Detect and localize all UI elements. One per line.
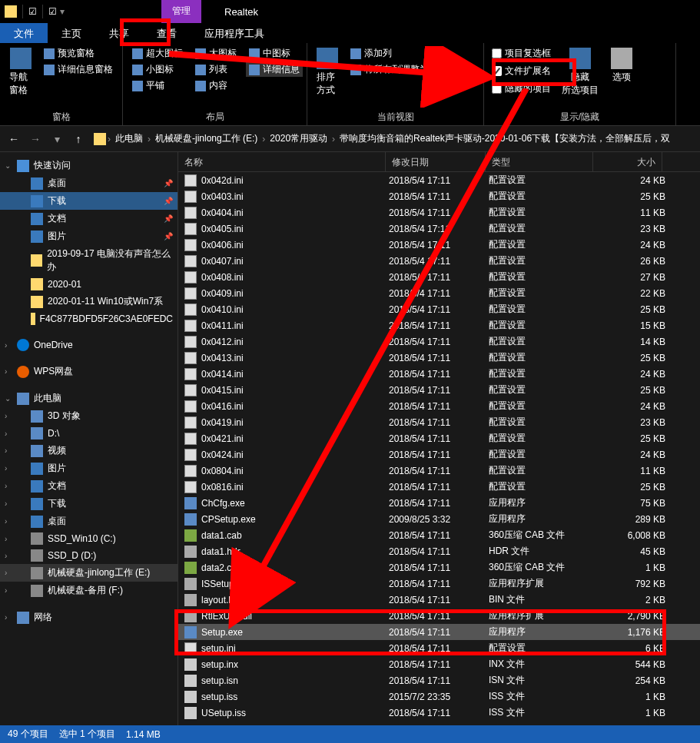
breadcrumb-1[interactable]: 机械硬盘-jinlong工作 (E:) <box>152 131 260 147</box>
nav-up-button[interactable]: ↑ <box>69 130 88 148</box>
options-button[interactable]: 选项 <box>608 46 635 109</box>
sidebar-folder-3[interactable]: 2020-01-11 Win10或Win7系 <box>0 293 177 310</box>
layout-details[interactable]: 详细信息 <box>246 62 303 77</box>
file-row[interactable]: 0x0414.ini2018/5/4 17:11配置设置24 KB <box>178 366 700 382</box>
breadcrumb-3[interactable]: 带响度均衡音箱的Realtek声卡驱动-2020-01-06下载【安装方法，全部… <box>337 131 673 147</box>
nav-forward-button[interactable]: → <box>26 130 45 148</box>
layout-small-icons[interactable]: 小图标 <box>129 62 186 77</box>
chevron-right-icon[interactable]: › <box>5 482 7 490</box>
file-row[interactable]: data1.hdr2018/5/4 17:11HDR 文件45 KB <box>178 543 700 559</box>
item-checkboxes-input[interactable] <box>492 48 502 58</box>
sidebar-videos[interactable]: ›视频 <box>0 442 177 459</box>
file-extensions-input[interactable] <box>492 66 502 76</box>
file-row[interactable]: 0x0415.ini2018/5/4 17:11配置设置25 KB <box>178 382 700 398</box>
breadcrumb-path[interactable]: › 此电脑 › 机械硬盘-jinlong工作 (E:) › 2020常用驱动 ›… <box>91 130 695 148</box>
nav-recent-button[interactable]: ▾ <box>48 130 66 148</box>
file-row[interactable]: setup.isn2018/5/4 17:11ISN 文件254 KB <box>178 672 700 688</box>
column-header-type[interactable]: 类型 <box>486 152 593 171</box>
chevron-right-icon[interactable]: › <box>5 569 7 577</box>
file-row[interactable]: 0x0409.ini2018/5/4 17:11配置设置22 KB <box>178 285 700 301</box>
sidebar-downloads[interactable]: 下载📌 <box>0 192 177 210</box>
file-row[interactable]: 0x0419.ini2018/5/4 17:11配置设置23 KB <box>178 414 700 430</box>
file-row[interactable]: 0x0421.ini2018/5/4 17:11配置设置25 KB <box>178 430 700 446</box>
breadcrumb-0[interactable]: 此电脑 <box>112 131 146 147</box>
column-header-size[interactable]: 大小 <box>593 152 662 171</box>
file-row[interactable]: 0x0403.ini2018/5/4 17:11配置设置25 KB <box>178 188 700 204</box>
file-row[interactable]: RtlExUpd.dll2018/5/4 17:11应用程序扩展2,790 KB <box>178 608 700 624</box>
tab-share[interactable]: 共享 <box>95 23 143 43</box>
sidebar-folder-4[interactable]: F4C877BDFD5F26C3AE0FEDC <box>0 310 177 327</box>
sidebar-pictures[interactable]: 图片📌 <box>0 227 177 245</box>
file-row[interactable]: CPSetup.exe2009/8/25 3:32应用程序289 KB <box>178 511 700 527</box>
size-all-columns-button[interactable]: 将所有列调整为合适的大小 <box>347 62 478 77</box>
qat-checkbox-icon[interactable]: ☑ <box>28 6 37 17</box>
sidebar-downloads-2[interactable]: ›下载 <box>0 495 177 512</box>
tab-view[interactable]: 查看 <box>143 23 191 43</box>
chevron-down-icon[interactable]: ⌄ <box>5 161 11 170</box>
chevron-right-icon[interactable]: › <box>5 464 7 473</box>
sidebar-folder-1[interactable]: 2019-09-17 电脑没有声音怎么办 <box>0 245 177 276</box>
nav-back-button[interactable]: ← <box>5 130 23 148</box>
chevron-right-icon[interactable]: › <box>5 412 7 420</box>
chevron-right-icon[interactable]: › <box>5 517 7 526</box>
layout-medium-icons[interactable]: 中图标 <box>246 46 303 61</box>
sidebar-network[interactable]: ›网络 <box>0 609 177 626</box>
file-row[interactable]: ISSetup.dll2018/5/4 17:11应用程序扩展792 KB <box>178 575 700 592</box>
sidebar-wps[interactable]: ›WPS网盘 <box>0 363 177 380</box>
tab-home[interactable]: 主页 <box>48 23 95 43</box>
chevron-right-icon[interactable]: › <box>5 430 7 438</box>
file-row[interactable]: 0x0424.ini2018/5/4 17:11配置设置24 KB <box>178 446 700 463</box>
sidebar-documents-2[interactable]: ›文档 <box>0 477 177 495</box>
sidebar-desktop[interactable]: 桌面📌 <box>0 174 177 192</box>
sort-by-button[interactable]: 排序方式 <box>314 46 341 109</box>
file-row[interactable]: 0x0404.ini2018/5/4 17:11配置设置11 KB <box>178 204 700 221</box>
sidebar-pictures-2[interactable]: ›图片 <box>0 459 177 477</box>
file-row[interactable]: 0x0407.ini2018/5/4 17:11配置设置26 KB <box>178 253 700 269</box>
qat-dropdown-icon[interactable]: ▾ <box>60 6 65 17</box>
qat-checkbox-icon[interactable]: ☑ <box>48 6 57 17</box>
column-header-name[interactable]: 名称 <box>178 152 386 171</box>
sidebar-drive-d[interactable]: ›SSD_D (D:) <box>0 547 177 564</box>
file-row[interactable]: 0x0816.ini2018/5/4 17:11配置设置25 KB <box>178 479 700 495</box>
sidebar-onedrive[interactable]: ›OneDrive <box>0 337 177 353</box>
file-row[interactable]: USetup.iss2018/5/4 17:11ISS 文件1 KB <box>178 705 700 721</box>
layout-content[interactable]: 内容 <box>192 78 240 93</box>
layout-xl-icons[interactable]: 超大图标 <box>129 46 186 61</box>
sidebar-drive-e[interactable]: ›机械硬盘-jinlong工作 (E:) <box>0 564 177 582</box>
file-row[interactable]: ChCfg.exe2018/5/4 17:11应用程序75 KB <box>178 495 700 511</box>
hide-selected-button[interactable]: 隐藏 所选项目 <box>559 46 602 109</box>
chevron-right-icon[interactable]: › <box>5 552 7 560</box>
file-row[interactable]: 0x0410.ini2018/5/4 17:11配置设置25 KB <box>178 301 700 317</box>
file-row[interactable]: setup.ini2018/5/4 17:11配置设置6 KB <box>178 640 700 656</box>
file-row[interactable]: 0x0405.ini2018/5/4 17:11配置设置23 KB <box>178 221 700 237</box>
hidden-items-input[interactable] <box>492 84 502 94</box>
sidebar-folder-2[interactable]: 2020-01 <box>0 276 177 293</box>
layout-list[interactable]: 列表 <box>192 62 240 77</box>
file-row[interactable]: 0x0412.ini2018/5/4 17:11配置设置14 KB <box>178 333 700 350</box>
file-row[interactable]: data1.cab2018/5/4 17:11360压缩 CAB 文件6,008… <box>178 527 700 543</box>
checkbox-item-checkboxes[interactable]: 项目复选框 <box>490 46 552 61</box>
chevron-right-icon[interactable]: › <box>5 341 7 350</box>
sidebar-documents[interactable]: 文档📌 <box>0 210 177 227</box>
file-row[interactable]: 0x0804.ini2018/5/4 17:11配置设置11 KB <box>178 463 700 479</box>
file-row[interactable]: setup.iss2015/7/2 23:35ISS 文件1 KB <box>178 688 700 705</box>
checkbox-file-extensions[interactable]: 文件扩展名 <box>490 64 552 78</box>
context-tab-manage[interactable]: 管理 <box>161 0 201 23</box>
file-row[interactable]: 0x0411.ini2018/5/4 17:11配置设置15 KB <box>178 317 700 333</box>
sidebar-drive-f[interactable]: ›机械硬盘-备用 (F:) <box>0 582 177 599</box>
add-columns-button[interactable]: 添加列 <box>347 46 478 61</box>
preview-pane-button[interactable]: 预览窗格 <box>41 46 116 61</box>
navigation-pane-button[interactable]: 导航窗格 <box>6 46 35 109</box>
chevron-right-icon[interactable]: › <box>5 535 7 543</box>
sidebar-drive-c[interactable]: ›SSD_Win10 (C:) <box>0 530 177 547</box>
file-list[interactable]: 0x042d.ini2018/5/4 17:11配置设置24 KB0x0403.… <box>178 172 700 725</box>
chevron-right-icon[interactable]: › <box>5 613 7 622</box>
checkbox-hidden-items[interactable]: 隐藏的项目 <box>490 81 552 96</box>
chevron-right-icon[interactable]: › <box>5 446 7 455</box>
chevron-right-icon[interactable]: › <box>5 586 7 595</box>
breadcrumb-2[interactable]: 2020常用驱动 <box>267 131 330 147</box>
tab-app-tools[interactable]: 应用程序工具 <box>191 23 278 43</box>
sidebar-d-drive[interactable]: ›D:\ <box>0 425 177 442</box>
chevron-right-icon[interactable]: › <box>5 367 7 376</box>
file-row[interactable]: Setup.exe2018/5/4 17:11应用程序1,176 KB <box>178 624 700 640</box>
